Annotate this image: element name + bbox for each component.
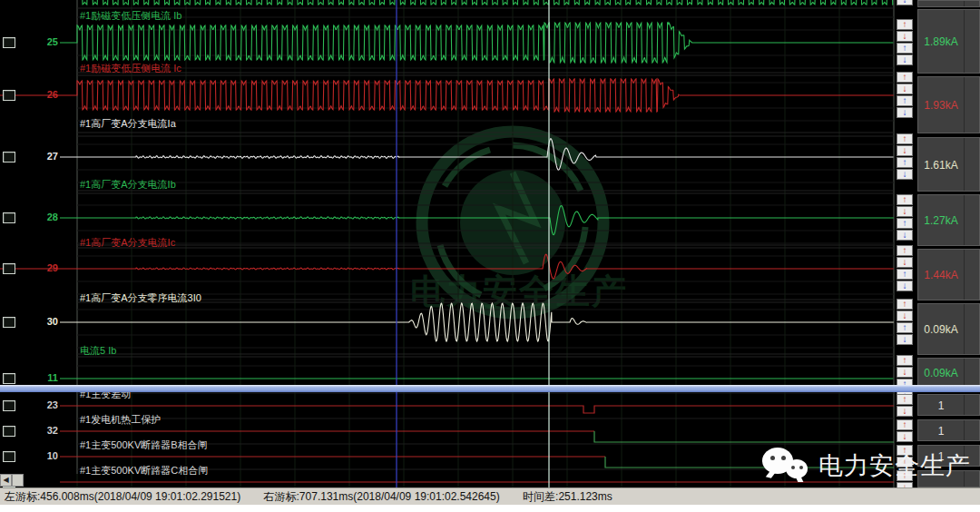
channel-checkbox-29[interactable]: [3, 263, 15, 274]
channel-checkbox-28[interactable]: [3, 212, 15, 223]
amp-down-button[interactable]: ↓: [897, 367, 913, 378]
amp-up-button[interactable]: ↑: [897, 419, 913, 430]
channel-number-29: 29: [24, 262, 58, 273]
move-down-button[interactable]: ↓: [897, 169, 913, 180]
amp-down-button[interactable]: ↓: [897, 431, 913, 442]
trace-digital-23: [77, 406, 894, 413]
channel-buttons-27: ↑↓↑↓: [897, 133, 915, 182]
trace-ch25: [60, 23, 893, 63]
channel-number-30: 30: [24, 316, 58, 327]
channel-buttons-30: ↑↓↑↓: [897, 299, 915, 347]
channel-label-digital-1: #1发电机热工保护: [80, 413, 161, 427]
move-down-button[interactable]: ↓: [897, 334, 913, 345]
channel-checkbox-26[interactable]: [3, 90, 15, 101]
channel-label-11: 电流5 Ib: [80, 344, 116, 358]
channel-number-25: 25: [24, 36, 58, 47]
amp-up-button[interactable]: ↑: [897, 19, 913, 30]
amp-up-button[interactable]: ↑: [897, 470, 913, 481]
trace-digital-10: [605, 457, 894, 468]
amp-down-button[interactable]: ↓: [897, 406, 913, 417]
amp-up-button[interactable]: ↑: [897, 299, 913, 310]
trace-ch29: [0, 254, 894, 279]
move-down-button[interactable]: ↓: [897, 54, 913, 65]
channel-value-row-27: 1.61kA: [917, 137, 980, 192]
channel-checkbox-32[interactable]: [3, 426, 15, 437]
amp-up-button[interactable]: ↑: [897, 133, 913, 144]
fault-recorder-window: 电力安全生产 25#1励磁变低压侧电流 Ib↑↓↑↓1.89kA26#1励磁变低…: [0, 0, 980, 512]
channel-number-23: 23: [24, 399, 58, 410]
channel-checkbox-23[interactable]: [3, 400, 15, 411]
bottom-margin: [0, 505, 980, 512]
channel-label-30: #1高厂变A分支零序电流3I0: [80, 291, 201, 305]
amp-up-button[interactable]: ↑: [897, 245, 913, 256]
trace-partial-top: [77, 0, 893, 5]
amp-down-button[interactable]: ↓: [897, 257, 913, 268]
channel-value-23: 1: [918, 395, 964, 415]
move-down-button[interactable]: ↓: [897, 0, 913, 5]
channel-value-last: [918, 471, 964, 487]
amp-up-button[interactable]: ↑: [897, 355, 913, 366]
move-up-button[interactable]: ↑: [897, 269, 913, 280]
channel-number-28: 28: [24, 212, 58, 222]
time-diff-readout: 时间差:251.123ms: [523, 490, 612, 503]
channel-value-row-28: 1.27kA: [917, 194, 980, 246]
channel-buttons-23: ↑↓: [897, 394, 915, 418]
move-up-button[interactable]: ↑: [897, 157, 913, 168]
channel-number-10: 10: [24, 450, 58, 461]
amp-up-button[interactable]: ↑: [897, 194, 913, 205]
move-down-button[interactable]: ↓: [897, 281, 913, 291]
amp-up-button[interactable]: ↑: [897, 445, 913, 456]
channel-label-29: #1高厂变A分支电流Ic: [80, 236, 175, 250]
channel-number-32: 32: [24, 425, 58, 436]
move-down-button[interactable]: ↓: [897, 107, 913, 118]
move-up-button[interactable]: ↑: [897, 95, 913, 106]
channel-value-11: 0.09kA: [918, 359, 964, 387]
channel-value-row-11: 0.09kA: [917, 358, 980, 388]
amp-down-button[interactable]: ↓: [897, 145, 913, 156]
waveform-plot-area: 电力安全生产 25#1励磁变低压侧电流 Ib↑↓↑↓1.89kA26#1励磁变低…: [0, 0, 980, 487]
channel-checkbox-10[interactable]: [3, 451, 15, 462]
channel-value-row-26: 1.93kA: [917, 76, 980, 133]
horizontal-scrollbar[interactable]: ◀: [0, 474, 24, 487]
channel-label-27: #1高厂变A分支电流Ia: [80, 117, 176, 131]
move-down-button[interactable]: ↓: [897, 230, 913, 241]
channel-buttons-29: ↑↓↑↓: [897, 245, 915, 293]
channel-value-28: 1.27kA: [918, 195, 964, 245]
trace-ch30: [60, 303, 894, 341]
channel-buttons-28: ↑↓↑↓: [897, 194, 915, 242]
channel-checkbox-27[interactable]: [3, 152, 15, 162]
channel-buttons-25: ↑↓↑↓: [897, 19, 915, 67]
channel-value-30: 0.09kA: [918, 304, 964, 354]
channel-value-row-30: 0.09kA: [917, 303, 980, 355]
channel-value-25: 1.89kA: [918, 10, 964, 73]
analog-digital-divider: [0, 385, 980, 392]
move-up-button[interactable]: ↑: [897, 218, 913, 229]
move-up-button[interactable]: ↑: [897, 43, 913, 54]
amp-down-button[interactable]: ↓: [897, 84, 913, 94]
channel-checkbox-30[interactable]: [3, 317, 15, 328]
trace-ch27: [60, 139, 894, 170]
right-cursor-readout: 右游标:707.131ms(2018/04/09 19:01:02.542645…: [264, 490, 500, 503]
channel-buttons-10: ↑↓: [897, 445, 915, 469]
amp-up-button[interactable]: ↑: [897, 394, 913, 405]
channel-checkbox-11[interactable]: [3, 373, 15, 384]
channel-value-row-25: 1.89kA: [917, 9, 980, 74]
channel-buttons-32: ↑↓: [897, 419, 915, 444]
move-up-button[interactable]: ↑: [897, 322, 913, 333]
channel-buttons-top-partial: ↓: [897, 0, 915, 7]
scrollbar-thumb[interactable]: [12, 474, 24, 487]
channel-label-28: #1高厂变A分支电流Ib: [80, 178, 176, 192]
amp-down-button[interactable]: ↓: [897, 310, 913, 321]
channel-label-digital-3: #1主变500KV断路器C相合闸: [80, 464, 208, 478]
scroll-left-button[interactable]: ◀: [0, 474, 12, 487]
amp-up-button[interactable]: ↑: [897, 72, 913, 83]
channel-value-32: 1: [918, 420, 964, 440]
channel-value-29: 1.44kA: [918, 250, 964, 300]
amp-down-button[interactable]: ↓: [897, 206, 913, 217]
amp-down-button[interactable]: ↓: [897, 457, 913, 468]
channel-checkbox-25[interactable]: [3, 37, 15, 48]
amp-down-button[interactable]: ↓: [897, 31, 913, 42]
channel-number-27: 27: [24, 151, 58, 162]
channel-value-27: 1.61kA: [918, 138, 964, 191]
channel-value-row-top-partial: [917, 0, 980, 7]
